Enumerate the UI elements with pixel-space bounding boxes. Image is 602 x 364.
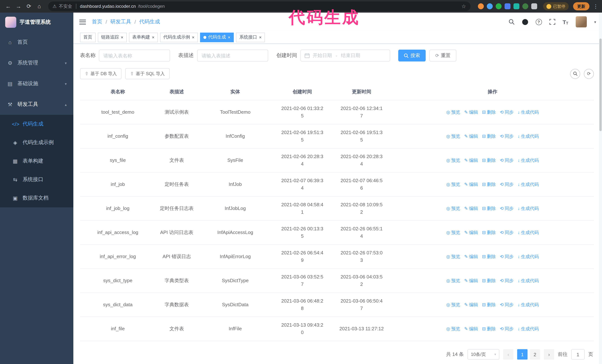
tab-close-icon[interactable]: × — [228, 35, 230, 40]
chrome-menu-icon[interactable]: ⋮ — [593, 3, 598, 9]
action-preview[interactable]: ◎预览 — [446, 157, 460, 164]
action-delete[interactable]: ⊟删除 — [482, 181, 496, 188]
tab-5[interactable]: 系统接口× — [236, 32, 265, 42]
action-delete[interactable]: ⊟删除 — [482, 229, 496, 236]
action-sync[interactable]: ⟲同步 — [500, 277, 514, 284]
profile-paused-chip[interactable]: 已暂停 — [543, 2, 569, 10]
goto-page-input[interactable] — [571, 349, 585, 360]
action-generate[interactable]: ↓生成代码 — [518, 325, 539, 333]
action-preview[interactable]: ◎预览 — [446, 181, 460, 188]
breadcrumb-item-2[interactable]: 代码生成 — [139, 19, 160, 25]
action-sync[interactable]: ⟲同步 — [500, 108, 514, 116]
page-size-select[interactable]: 10条/页 ▾ — [468, 349, 499, 360]
action-sync[interactable]: ⟲同步 — [500, 253, 514, 260]
sidebar-item-system[interactable]: ⚙系统管理▾ — [0, 52, 73, 73]
action-preview[interactable]: ◎预览 — [446, 277, 460, 284]
toggle-search-button[interactable] — [570, 69, 580, 79]
user-avatar[interactable] — [576, 16, 587, 27]
hamburger-icon[interactable] — [79, 20, 86, 24]
breadcrumb-item-0[interactable]: 首页 — [92, 19, 102, 25]
action-preview[interactable]: ◎预览 — [446, 133, 460, 140]
browser-extension-icon-5[interactable] — [514, 3, 519, 9]
action-edit[interactable]: ✎编辑 — [464, 301, 478, 308]
page-scrollbar[interactable] — [599, 13, 602, 364]
browser-home-icon[interactable]: ⌂ — [35, 2, 44, 11]
action-delete[interactable]: ⊟删除 — [482, 277, 496, 284]
refresh-table-button[interactable]: ⟳ — [584, 69, 594, 79]
action-delete[interactable]: ⊟删除 — [482, 301, 496, 308]
action-preview[interactable]: ◎预览 — [446, 253, 460, 260]
chevron-down-icon[interactable]: ▾ — [594, 20, 596, 24]
action-generate[interactable]: ↓生成代码 — [518, 301, 539, 308]
action-edit[interactable]: ✎编辑 — [464, 108, 478, 116]
sidebar-subitem-system-api[interactable]: ⇆系统接口 — [0, 170, 73, 189]
app-logo[interactable]: 芋道管理系统 — [0, 13, 73, 32]
action-sync[interactable]: ⟲同步 — [500, 133, 514, 140]
reset-button[interactable]: ⟳ 重置 — [429, 50, 456, 62]
table-name-input[interactable] — [99, 50, 170, 62]
action-preview[interactable]: ◎预览 — [446, 229, 460, 236]
tab-4[interactable]: 代码生成× — [200, 32, 234, 42]
prev-page-button[interactable]: ‹ — [503, 349, 514, 360]
tab-close-icon[interactable]: × — [192, 35, 194, 40]
back-icon[interactable]: ← — [4, 2, 13, 11]
import-db-button[interactable]: ⇧ 基于 DB 导入 — [80, 68, 122, 79]
tab-0[interactable]: 首页 — [80, 32, 96, 42]
action-sync[interactable]: ⟲同步 — [500, 301, 514, 308]
action-edit[interactable]: ✎编辑 — [464, 325, 478, 333]
action-delete[interactable]: ⊟删除 — [482, 108, 496, 116]
chrome-update-button[interactable]: 更新 — [573, 2, 589, 10]
action-generate[interactable]: ↓生成代码 — [518, 277, 539, 284]
header-search-icon[interactable] — [508, 19, 514, 25]
font-size-icon[interactable]: TT — [563, 19, 568, 25]
tab-1[interactable]: 链路追踪× — [98, 32, 127, 42]
reload-icon[interactable]: ⟳ — [24, 2, 33, 11]
help-icon[interactable]: ? — [536, 19, 542, 25]
breadcrumb-item-1[interactable]: 研发工具 — [110, 19, 131, 25]
action-edit[interactable]: ✎编辑 — [464, 181, 478, 188]
action-edit[interactable]: ✎编辑 — [464, 229, 478, 236]
browser-extension-icon-7[interactable] — [531, 3, 537, 9]
sidebar-subitem-codegen-demo[interactable]: ◈代码生成示例 — [0, 133, 73, 152]
fullscreen-icon[interactable] — [549, 19, 555, 25]
action-sync[interactable]: ⟲同步 — [500, 157, 514, 164]
action-edit[interactable]: ✎编辑 — [464, 253, 478, 260]
sidebar-subitem-db-doc[interactable]: ▣数据库文档 — [0, 189, 73, 207]
action-delete[interactable]: ⊟删除 — [482, 205, 496, 212]
sidebar-item-devtools[interactable]: ⚒研发工具▴ — [0, 94, 73, 115]
tab-close-icon[interactable]: × — [121, 35, 123, 40]
action-delete[interactable]: ⊟删除 — [482, 325, 496, 333]
action-edit[interactable]: ✎编辑 — [464, 205, 478, 212]
sidebar-subitem-form-builder[interactable]: ▦表单构建 — [0, 152, 73, 170]
scrollbar-thumb[interactable] — [599, 39, 602, 131]
action-delete[interactable]: ⊟删除 — [482, 133, 496, 140]
next-page-button[interactable]: › — [544, 349, 554, 360]
action-generate[interactable]: ↓生成代码 — [518, 108, 539, 116]
sidebar-subitem-codegen[interactable]: </>代码生成 — [0, 115, 73, 133]
action-preview[interactable]: ◎预览 — [446, 108, 460, 116]
table-desc-input[interactable] — [197, 50, 268, 62]
browser-extension-icon-2[interactable] — [487, 3, 493, 9]
import-sql-button[interactable]: ⇧ 基于 SQL 导入 — [125, 68, 170, 79]
tab-3[interactable]: 代码生成示例× — [160, 32, 198, 42]
tab-close-icon[interactable]: × — [259, 35, 262, 40]
action-preview[interactable]: ◎预览 — [446, 325, 460, 333]
forward-icon[interactable]: → — [14, 2, 23, 11]
action-generate[interactable]: ↓生成代码 — [518, 133, 539, 140]
action-sync[interactable]: ⟲同步 — [500, 181, 514, 188]
tab-close-icon[interactable]: × — [152, 35, 154, 40]
action-preview[interactable]: ◎预览 — [446, 301, 460, 308]
search-button[interactable]: 搜索 — [398, 50, 426, 62]
page-button-2[interactable]: 2 — [530, 349, 540, 360]
action-edit[interactable]: ✎编辑 — [464, 277, 478, 284]
action-delete[interactable]: ⊟删除 — [482, 253, 496, 260]
action-sync[interactable]: ⟲同步 — [500, 229, 514, 236]
action-delete[interactable]: ⊟删除 — [482, 157, 496, 164]
page-button-1[interactable]: 1 — [517, 349, 527, 360]
action-generate[interactable]: ↓生成代码 — [518, 181, 539, 188]
tab-2[interactable]: 表单构建× — [129, 32, 158, 42]
action-edit[interactable]: ✎编辑 — [464, 133, 478, 140]
action-generate[interactable]: ↓生成代码 — [518, 157, 539, 164]
action-sync[interactable]: ⟲同步 — [500, 325, 514, 333]
browser-extension-icon-6[interactable] — [522, 3, 528, 9]
